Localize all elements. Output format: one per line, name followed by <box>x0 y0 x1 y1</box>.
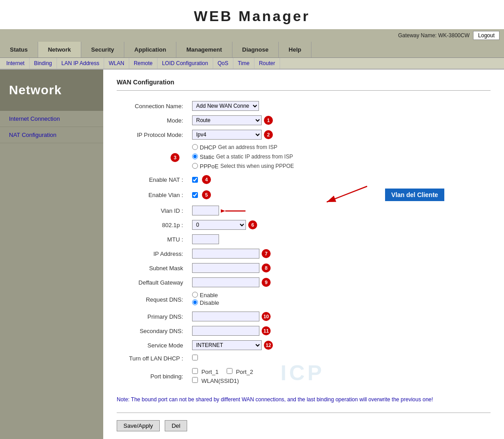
row-connection-name: Connection Name: Add New WAN Conne <box>117 99 491 113</box>
logout-button[interactable]: Logout <box>473 31 500 40</box>
row-radio-options: 3 DHCP Get an address from ISP Static Ge… <box>117 142 491 173</box>
content-area: WAN Configuration Connection Name: Add N… <box>103 70 504 439</box>
nav-status[interactable]: Status <box>0 42 38 57</box>
row-dot1p: 802.1p : 0 6 <box>117 218 491 232</box>
mtu-label: MTU : <box>117 232 188 246</box>
dhcp-desc: Get an address from ISP <box>218 144 277 150</box>
subnav-router[interactable]: Router <box>254 58 280 69</box>
secondary-dns-label: Secondary DNS: <box>117 324 188 338</box>
connection-name-value: Add New WAN Conne <box>188 99 341 113</box>
badge-8: 8 <box>262 263 271 272</box>
radio-options: DHCP Get an address from ISP Static Get … <box>188 142 341 173</box>
callout-box: Vlan del Cliente <box>385 189 444 201</box>
port-binding-value: Port_1 Port_2 WLAN(SSID1) <box>188 364 341 388</box>
top-bar: Gateway Name: WK-3800CW Logout <box>0 29 504 42</box>
turn-off-lan-value <box>188 352 341 364</box>
save-apply-button[interactable]: Save/Apply <box>117 420 160 431</box>
subnet-mask-value: 255.255.255.0 8 <box>188 261 341 275</box>
subnav-remote[interactable]: Remote <box>129 58 158 69</box>
ip-protocol-value: Ipv4 2 <box>188 127 341 142</box>
badge-1: 1 <box>264 116 273 125</box>
row-enable-vlan: Enable Vlan : 5 <box>117 186 491 203</box>
mtu-input[interactable]: 1500 <box>192 234 219 244</box>
subnav-binding[interactable]: Binding <box>30 58 57 69</box>
pppoe-radio[interactable] <box>192 163 198 169</box>
nav-help[interactable]: Help <box>279 42 311 57</box>
vlan-id-input[interactable]: 400 <box>192 206 219 215</box>
static-row: Static Get a static IP address from ISP <box>192 154 337 160</box>
port1-label: Port_1 <box>202 369 219 375</box>
note-text: Note: The bound port can not be shared b… <box>117 395 491 404</box>
static-desc: Get a static IP address from ISP <box>216 154 293 160</box>
nav-application[interactable]: Application <box>124 42 176 57</box>
ip-address-input[interactable]: 192.168.47.50 <box>192 249 259 259</box>
port1-checkbox[interactable] <box>192 368 198 374</box>
pppoe-row: PPPoE Select this when using PPPOE <box>192 163 337 170</box>
port-binding-row1: Port_1 Port_2 <box>192 368 337 375</box>
sub-nav: Internet Binding LAN IP Address WLAN Rem… <box>0 58 504 70</box>
secondary-dns-value: 8.8.4.4 11 <box>188 324 341 338</box>
sidebar-title: Network <box>0 70 103 111</box>
default-gateway-input[interactable]: 192.168.47.250 <box>192 277 259 287</box>
row-subnet-mask: Subnet Mask 255.255.255.0 8 <box>117 261 491 275</box>
divider-top <box>117 90 491 91</box>
badge-3-cell: 3 <box>117 142 188 173</box>
badge-6: 6 <box>248 220 257 229</box>
port2-checkbox[interactable] <box>227 368 232 374</box>
row-port-binding: Port binding: Port_1 Port_2 WLAN(SSID1) <box>117 364 491 388</box>
turn-off-lan-checkbox[interactable] <box>192 355 198 360</box>
dot1p-select[interactable]: 0 <box>192 220 246 230</box>
subnet-mask-input[interactable]: 255.255.255.0 <box>192 263 259 273</box>
dns-disable-label: Disable <box>200 299 219 306</box>
nav-network[interactable]: Network <box>38 42 81 57</box>
badge-9: 9 <box>262 278 271 287</box>
wlan-checkbox[interactable] <box>192 377 198 383</box>
sidebar-internet-connection[interactable]: Internet Connection <box>0 111 103 127</box>
page-title: WEB Manager <box>0 0 504 29</box>
badge-11: 11 <box>262 326 271 335</box>
default-gateway-label: Deffault Gateway <box>117 275 188 290</box>
static-radio[interactable] <box>192 154 198 159</box>
enable-nat-label: Enable NAT : <box>117 173 188 186</box>
dns-disable-radio[interactable] <box>192 299 198 305</box>
nav-security[interactable]: Security <box>81 42 124 57</box>
primary-dns-input[interactable]: 8.8.8.8 <box>192 312 259 321</box>
subnav-loid[interactable]: LOID Configuration <box>158 58 213 69</box>
enable-vlan-checkbox[interactable] <box>192 192 198 198</box>
row-mtu: MTU : 1500 <box>117 232 491 246</box>
arrow-svg <box>291 182 372 209</box>
vlan-arrow-svg <box>221 206 248 215</box>
badge-2: 2 <box>264 130 273 139</box>
dot1p-label: 802.1p : <box>117 218 188 232</box>
ip-protocol-label: IP Protocol Mode: <box>117 127 188 142</box>
subnav-wlan[interactable]: WLAN <box>104 58 129 69</box>
row-mode: Mode: Route 1 <box>117 113 491 127</box>
subnav-time[interactable]: Time <box>233 58 254 69</box>
connection-name-select[interactable]: Add New WAN Conne <box>192 101 259 111</box>
subnet-mask-label: Subnet Mask <box>117 261 188 275</box>
row-primary-dns: Primary DNS: 8.8.8.8 10 <box>117 309 491 324</box>
nav-diagnose[interactable]: Diagnose <box>232 42 279 57</box>
dhcp-label: DHCP <box>200 144 216 151</box>
dhcp-radio[interactable] <box>192 144 198 150</box>
row-service-mode: Service Mode INTERNET 12 <box>117 338 491 352</box>
ip-protocol-select[interactable]: Ipv4 <box>192 130 262 140</box>
port-binding-label: Port binding: <box>117 364 188 388</box>
dns-enable-radio[interactable] <box>192 292 198 298</box>
subnav-lan-ip[interactable]: LAN IP Address <box>57 58 105 69</box>
sidebar-nat-configuration[interactable]: NAT Configuration <box>0 127 103 143</box>
badge-3: 3 <box>171 153 180 162</box>
secondary-dns-input[interactable]: 8.8.4.4 <box>192 326 259 336</box>
enable-nat-checkbox[interactable] <box>192 177 198 183</box>
service-mode-select[interactable]: INTERNET <box>192 340 262 350</box>
badge-7: 7 <box>262 249 271 258</box>
turn-off-lan-label: Turn off LAN DHCP : <box>117 352 188 364</box>
dhcp-row: DHCP Get an address from ISP <box>192 144 337 151</box>
del-button[interactable]: Del <box>165 420 187 431</box>
layout: Network Internet Connection NAT Configur… <box>0 70 504 439</box>
mode-select[interactable]: Route <box>192 115 262 125</box>
subnav-internet[interactable]: Internet <box>2 58 30 69</box>
nav-management[interactable]: Management <box>176 42 232 57</box>
primary-dns-value: 8.8.8.8 10 <box>188 309 341 324</box>
subnav-qos[interactable]: QoS <box>213 58 233 69</box>
